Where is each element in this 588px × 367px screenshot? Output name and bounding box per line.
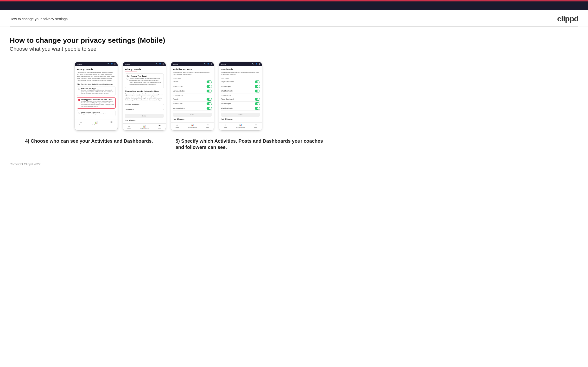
radio-approved[interactable]: Only Approved Followers and Your Coach O…: [77, 97, 116, 108]
toggle-label-drills-f: Practice Drills: [173, 103, 182, 104]
search-icon[interactable]: 🔍: [107, 63, 110, 65]
footer: Copyright Clippd 2022: [0, 158, 588, 171]
phone-mockup-4: < Back 🔍 👤 ⚙ Dashboards Select the dashb…: [219, 62, 262, 131]
search-icon-3[interactable]: 🔍: [204, 63, 206, 65]
radio-coach-only[interactable]: Only You and Your Coach Only you and the…: [77, 110, 116, 116]
phone4-save-btn[interactable]: Save: [221, 113, 260, 117]
toggle-wtwo-f[interactable]: [255, 107, 260, 110]
phone2-tooltip-desc: Only you and the coaches you connect wit…: [129, 78, 162, 85]
profile-icon[interactable]: 👤: [111, 63, 113, 65]
toggle-row-wtwo-c: What To Work On: [221, 89, 260, 93]
phone3-followers-label: FOLLOWERS: [173, 95, 212, 96]
toggle-label-ri-f: Round Insights: [221, 103, 231, 104]
toggle-row-drills-c: Practice Drills: [173, 84, 212, 89]
phone2-help: Help & Support: [125, 119, 164, 121]
bottom-nav-home-3[interactable]: ⌂ Home: [176, 124, 179, 128]
phone4-followers-label: FOLLOWERS: [221, 95, 260, 96]
toggle-label-manual-c: Manual Activities: [173, 90, 184, 92]
toggle-row-manual-f: Manual Activities: [173, 106, 212, 111]
phone2-tab-underline: [125, 72, 137, 72]
bottom-nav-perf-3[interactable]: 📊 My Performance: [188, 124, 197, 128]
radio-text-approved: Only Approved Followers and Your Coach O…: [81, 99, 114, 107]
radio-text-coach: Only You and Your Coach Only you and the…: [81, 111, 106, 115]
phone-mockup-2: < Back 🔍 👤 ⚙ Privacy Controls Only You a…: [123, 62, 166, 131]
bottom-nav-home-4[interactable]: ⌂ Home: [224, 124, 227, 128]
bottom-nav-perf-label-1: My Performance: [92, 124, 101, 126]
copyright: Copyright Clippd 2022: [10, 162, 41, 166]
bottom-nav-home-label-1: Home: [79, 124, 82, 126]
toggle-rounds-f[interactable]: [207, 98, 212, 101]
settings-icon-3[interactable]: ⚙: [210, 63, 212, 65]
toggle-label-wtwo-c: What To Work On: [221, 90, 233, 92]
caption-5-block: 5) Specify which Activities, Posts and D…: [171, 138, 325, 150]
settings-icon[interactable]: ⚙: [114, 63, 116, 65]
phone2-tab[interactable]: Privacy Controls: [125, 68, 164, 71]
menu-activities-label: Activities and Posts: [125, 104, 139, 105]
profile-icon-2[interactable]: 👤: [159, 63, 161, 65]
toggle-label-drills-c: Practice Drills: [173, 85, 182, 87]
bottom-nav-home-label-4: Home: [224, 127, 227, 128]
phone3-section-title: Activities and Posts: [173, 68, 212, 71]
phone3-nav: < Back 🔍 👤 ⚙: [171, 62, 214, 66]
phone2-tooltip-radio: Only you and the coaches you connect wit…: [127, 78, 162, 85]
main-content: How to change your privacy settings (Mob…: [0, 27, 337, 158]
screenshots-row: < Back 🔍 👤 ⚙ Privacy Controls Control ho…: [10, 62, 327, 131]
toggle-pd-c[interactable]: [255, 80, 260, 83]
phone4-back[interactable]: < Back: [221, 63, 226, 65]
phone1-back[interactable]: < Back: [77, 63, 82, 65]
search-icon-4[interactable]: 🔍: [252, 63, 254, 65]
toggle-rounds-c[interactable]: [207, 80, 212, 83]
bottom-nav-home-label-3: Home: [176, 127, 179, 128]
bottom-nav-perf-4[interactable]: 📊 My Performance: [236, 124, 245, 128]
bottom-nav-perf-label-2: My Performance: [140, 128, 149, 129]
phone4-section-desc: Select the dashboards that you'd like to…: [221, 72, 260, 76]
phone3-coaches-label: COACHES: [173, 78, 212, 79]
radio-everyone[interactable]: Everyone on Clippd Everyone on Clippd ca…: [77, 86, 116, 96]
bottom-nav-home-2[interactable]: ⌂ Home: [128, 125, 130, 129]
phone4-bottom-nav: ⌂ Home 📊 My Performance ☰ Menu: [219, 122, 262, 129]
menu-row-activities[interactable]: Activities and Posts ›: [125, 102, 164, 107]
toggle-label-manual-f: Manual Activities: [173, 107, 184, 109]
phone2-bottom-nav: ⌂ Home 📊 My Performance ☰ Menu: [123, 124, 166, 130]
bottom-nav-menu-label-2: Menu: [158, 128, 161, 129]
phone3-back[interactable]: < Back: [173, 63, 178, 65]
radio-circle-everyone: [78, 88, 80, 90]
toggle-pd-f[interactable]: [255, 98, 260, 101]
bottom-nav-menu-1[interactable]: ☰ Menu: [110, 121, 113, 126]
toggle-manual-f[interactable]: [207, 107, 212, 110]
profile-icon-4[interactable]: 👤: [255, 63, 257, 65]
menu-dashboards-label: Dashboards: [125, 108, 134, 110]
toggle-row-rounds-c: Rounds: [173, 80, 212, 84]
toggle-wtwo-c[interactable]: [255, 90, 260, 92]
menu-row-dashboards[interactable]: Dashboards ›: [125, 107, 164, 112]
toggle-drills-f[interactable]: [207, 102, 212, 105]
search-icon-2[interactable]: 🔍: [156, 63, 158, 65]
settings-icon-2[interactable]: ⚙: [162, 63, 164, 65]
bottom-nav-menu-3[interactable]: ☰ Menu: [206, 124, 209, 128]
settings-icon-4[interactable]: ⚙: [259, 63, 260, 65]
page-subtitle: Choose what you want people to see: [10, 46, 327, 52]
phone2-back[interactable]: < Back: [125, 63, 130, 65]
toggle-ri-c[interactable]: [255, 85, 260, 88]
bottom-nav-home-1[interactable]: ⌂ Home: [79, 121, 82, 126]
bottom-nav-perf-1[interactable]: 📊 My Performance: [92, 121, 101, 126]
radio-text-everyone: Everyone on Clippd Everyone on Clippd ca…: [81, 88, 114, 94]
profile-icon-3[interactable]: 👤: [207, 63, 209, 65]
phone3-save-btn[interactable]: Save: [173, 113, 212, 117]
phone3-help: Help & Support: [173, 118, 212, 120]
toggle-drills-c[interactable]: [207, 85, 212, 88]
toggle-row-ri-c: Round Insights: [221, 84, 260, 89]
bottom-nav-home-label-2: Home: [128, 128, 130, 129]
radio-title-everyone: Everyone on Clippd: [81, 88, 114, 89]
phone2-save-btn[interactable]: Save: [125, 114, 164, 118]
phone1-section-title: Privacy Controls: [77, 68, 116, 71]
toggle-row-manual-c: Manual Activities: [173, 89, 212, 93]
bottom-nav-menu-4[interactable]: ☰ Menu: [254, 124, 257, 128]
bottom-nav-perf-2[interactable]: 📊 My Performance: [140, 125, 149, 129]
bottom-nav-menu-2[interactable]: ☰ Menu: [158, 125, 161, 129]
radio-circle-coach: [78, 112, 80, 114]
toggle-manual-c[interactable]: [207, 90, 212, 92]
phone2-tooltip-title: Only You and Your Coach: [127, 75, 162, 77]
toggle-ri-f[interactable]: [255, 102, 260, 105]
toggle-label-rounds-c: Rounds: [173, 81, 178, 83]
